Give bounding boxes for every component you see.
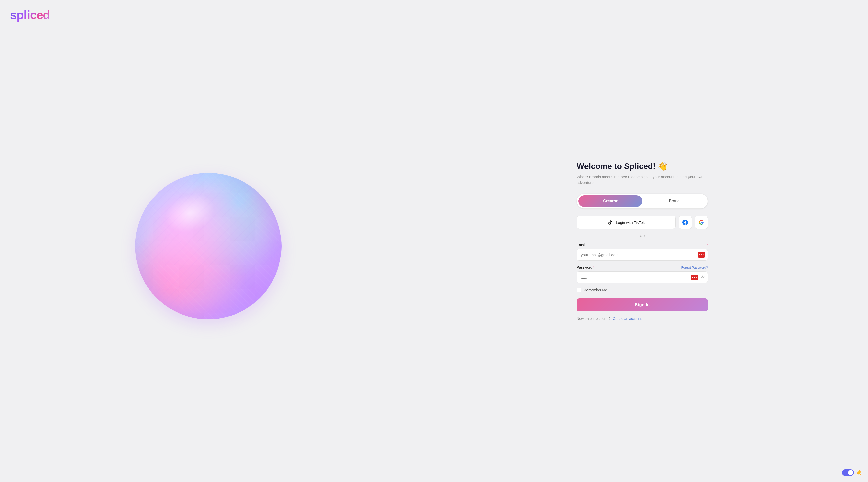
password-dots-icon bbox=[691, 275, 698, 280]
brand-tab[interactable]: Brand bbox=[642, 195, 706, 207]
or-divider: — OR — bbox=[577, 234, 708, 238]
right-panel: Welcome to Spliced! 👋 Where Brands meet … bbox=[416, 0, 868, 482]
new-user-text: New on our platform? bbox=[577, 317, 611, 321]
left-panel bbox=[0, 0, 416, 482]
password-label-row: Password* Forgot Password? bbox=[577, 265, 708, 269]
sun-icon: ☀️ bbox=[857, 470, 862, 476]
remember-me-checkbox[interactable] bbox=[577, 288, 581, 292]
email-input[interactable] bbox=[577, 249, 708, 261]
role-toggle: Creator Brand bbox=[577, 193, 708, 209]
password-input-wrapper: 👁 bbox=[577, 271, 708, 283]
facebook-icon bbox=[682, 219, 688, 225]
password-required: * bbox=[593, 265, 594, 269]
create-account-row: New on our platform? Create an account bbox=[577, 317, 708, 321]
creator-tab[interactable]: Creator bbox=[579, 195, 642, 207]
toggle-password-icon[interactable]: 👁 bbox=[700, 275, 705, 280]
email-input-icon bbox=[698, 252, 705, 258]
password-input[interactable] bbox=[577, 271, 708, 283]
decorative-image bbox=[135, 173, 281, 319]
login-card: Welcome to Spliced! 👋 Where Brands meet … bbox=[577, 161, 708, 321]
page-wrapper: spliced Welcome to Spliced! 👋 Where Bran… bbox=[0, 0, 868, 482]
logo-container: spliced bbox=[10, 8, 50, 22]
or-text: — OR — bbox=[636, 234, 649, 238]
logo: spliced bbox=[10, 8, 50, 22]
tiktok-login-button[interactable]: Login with TikTok bbox=[577, 216, 676, 229]
email-required: * bbox=[707, 243, 708, 247]
email-label: Email* bbox=[577, 243, 708, 247]
forgot-password-link[interactable]: Forgot Password? bbox=[681, 266, 708, 269]
remember-me-row: Remember Me bbox=[577, 288, 708, 292]
password-field-group: Password* Forgot Password? 👁 bbox=[577, 265, 708, 283]
social-buttons: Login with TikTok bbox=[577, 216, 708, 229]
welcome-title: Welcome to Spliced! 👋 bbox=[577, 161, 708, 171]
sign-in-button[interactable]: Sign In bbox=[577, 298, 708, 311]
tiktok-login-label: Login with TikTok bbox=[616, 220, 645, 224]
email-field-group: Email* bbox=[577, 243, 708, 261]
create-account-link[interactable]: Create an account bbox=[613, 317, 642, 321]
theme-toggle-area: ☀️ bbox=[842, 470, 862, 476]
email-input-wrapper bbox=[577, 249, 708, 261]
tiktok-icon bbox=[608, 219, 613, 225]
password-input-icons: 👁 bbox=[691, 275, 705, 280]
welcome-subtitle: Where Brands meet Creators! Please sign … bbox=[577, 174, 708, 185]
facebook-login-button[interactable] bbox=[679, 216, 692, 229]
google-login-button[interactable] bbox=[695, 216, 708, 229]
dots-red-icon bbox=[698, 252, 705, 258]
theme-toggle-switch[interactable] bbox=[842, 470, 854, 476]
google-icon bbox=[699, 220, 704, 225]
remember-me-label: Remember Me bbox=[584, 288, 607, 292]
